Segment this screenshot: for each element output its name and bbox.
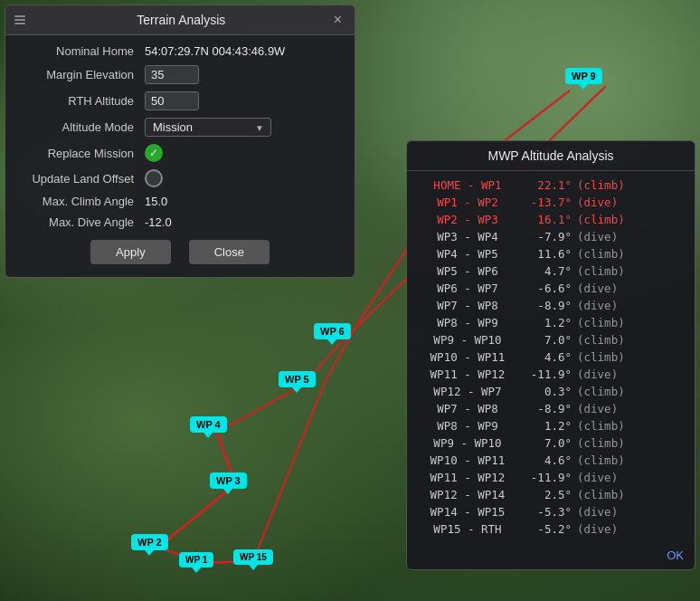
panel-buttons: Apply Close bbox=[18, 240, 342, 268]
altitude-mode-select-wrapper: Mission Relative Absolute bbox=[145, 118, 271, 137]
altitude-row: WP8 - WP91.2°(climb) bbox=[418, 314, 684, 331]
update-land-offset-label: Update Land Offset bbox=[18, 172, 145, 186]
apply-button[interactable]: Apply bbox=[90, 240, 171, 264]
waypoint-wp4[interactable]: WP 4 bbox=[190, 416, 227, 433]
altitude-row: WP7 - WP8-8.9°(dive) bbox=[418, 400, 684, 417]
altitude-row: WP3 - WP4-7.9°(dive) bbox=[418, 228, 684, 245]
panel-title: Terrain Analysis bbox=[33, 13, 330, 27]
altitude-panel-title: MWP Altitude Analysis bbox=[407, 141, 695, 171]
altitude-row: WP1 - WP2-13.7°(dive) bbox=[418, 194, 684, 211]
altitude-row: WP12 - WP70.3°(climb) bbox=[418, 383, 684, 400]
waypoint-wp6[interactable]: WP 6 bbox=[314, 323, 351, 339]
altitude-mode-label: Altitude Mode bbox=[18, 120, 145, 134]
waypoint-wp9[interactable]: WP 9 bbox=[565, 68, 602, 84]
waypoint-wp3[interactable]: WP 3 bbox=[210, 472, 247, 489]
margin-elevation-label: Margin Elevation bbox=[18, 68, 145, 81]
max-dive-angle-label: Max. Dive Angle bbox=[18, 215, 145, 229]
panel-header: Terrain Analysis × bbox=[5, 5, 355, 35]
waypoint-wp1[interactable]: WP 1 bbox=[179, 552, 213, 568]
max-dive-angle-value: -12.0 bbox=[145, 215, 172, 229]
waypoint-wp5[interactable]: WP 5 bbox=[279, 371, 316, 387]
altitude-row: WP5 - WP64.7°(climb) bbox=[418, 262, 684, 280]
max-climb-angle-label: Max. Climb Angle bbox=[18, 195, 145, 208]
margin-elevation-input[interactable] bbox=[145, 65, 199, 84]
altitude-row: WP9 - WP107.0°(climb) bbox=[418, 331, 684, 348]
waypoint-wp2[interactable]: WP 2 bbox=[131, 534, 168, 550]
altitude-panel-footer: OK bbox=[407, 543, 695, 569]
altitude-row: WP6 - WP7-6.6°(dive) bbox=[418, 280, 684, 297]
replace-mission-checkbox[interactable]: ✓ bbox=[145, 144, 163, 162]
rth-altitude-label: RTH Altitude bbox=[18, 94, 145, 108]
nominal-home-value: 54:07:29.7N 004:43:46.9W bbox=[145, 44, 285, 58]
altitude-row: HOME - WP122.1°(climb) bbox=[418, 176, 684, 194]
replace-mission-row: Replace Mission ✓ bbox=[18, 144, 342, 162]
altitude-row: WP14 - WP15-5.3°(dive) bbox=[418, 503, 684, 520]
terrain-analysis-panel: Terrain Analysis × Nominal Home 54:07:29… bbox=[5, 5, 355, 278]
altitude-row: WP2 - WP316.1°(climb) bbox=[418, 211, 684, 228]
altitude-row: WP8 - WP91.2°(climb) bbox=[418, 417, 684, 434]
altitude-mode-row: Altitude Mode Mission Relative Absolute bbox=[18, 118, 342, 137]
drag-handle bbox=[14, 15, 25, 24]
altitude-panel-body: HOME - WP122.1°(climb)WP1 - WP2-13.7°(di… bbox=[407, 171, 695, 543]
altitude-row: WP7 - WP8-8.9°(dive) bbox=[418, 297, 684, 314]
replace-mission-label: Replace Mission bbox=[18, 147, 145, 160]
close-button[interactable]: Close bbox=[189, 240, 270, 264]
update-land-offset-row: Update Land Offset bbox=[18, 169, 342, 187]
max-climb-angle-row: Max. Climb Angle 15.0 bbox=[18, 195, 342, 208]
altitude-mode-select[interactable]: Mission Relative Absolute bbox=[145, 118, 271, 137]
rth-altitude-row: RTH Altitude bbox=[18, 91, 342, 110]
altitude-row: WP9 - WP107.0°(climb) bbox=[418, 434, 684, 452]
altitude-row: WP12 - WP142.5°(climb) bbox=[418, 486, 684, 503]
update-land-offset-checkbox[interactable] bbox=[145, 169, 163, 187]
rth-altitude-input[interactable] bbox=[145, 91, 199, 110]
ok-button[interactable]: OK bbox=[667, 549, 684, 562]
altitude-row: WP11 - WP12-11.9°(dive) bbox=[418, 469, 684, 486]
altitude-row: WP4 - WP511.6°(climb) bbox=[418, 245, 684, 262]
nominal-home-label: Nominal Home bbox=[18, 44, 145, 58]
panel-body: Nominal Home 54:07:29.7N 004:43:46.9W Ma… bbox=[5, 35, 355, 277]
altitude-analysis-panel: MWP Altitude Analysis HOME - WP122.1°(cl… bbox=[406, 140, 695, 570]
panel-close-button[interactable]: × bbox=[330, 11, 345, 29]
altitude-row: WP15 - RTH-5.2°(dive) bbox=[418, 520, 684, 538]
margin-elevation-row: Margin Elevation bbox=[18, 65, 342, 84]
altitude-row: WP11 - WP12-11.9°(dive) bbox=[418, 366, 684, 383]
waypoint-wp15[interactable]: WP 15 bbox=[233, 549, 273, 565]
max-dive-angle-row: Max. Dive Angle -12.0 bbox=[18, 215, 342, 229]
max-climb-angle-value: 15.0 bbox=[145, 195, 167, 208]
altitude-row: WP10 - WP114.6°(climb) bbox=[418, 452, 684, 469]
nominal-home-row: Nominal Home 54:07:29.7N 004:43:46.9W bbox=[18, 44, 342, 58]
altitude-row: WP10 - WP114.6°(climb) bbox=[418, 348, 684, 366]
